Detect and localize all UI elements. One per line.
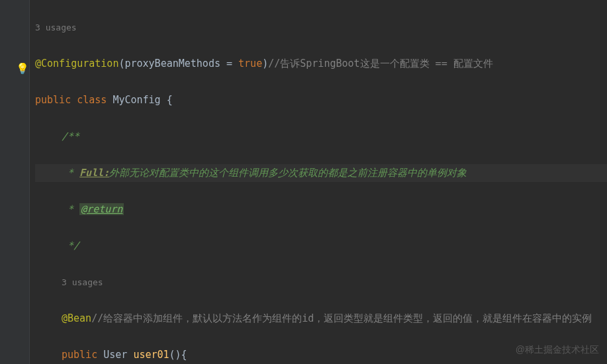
usages-hint[interactable]: 3 usages [35,23,77,32]
method-tail: (){ [169,349,187,361]
comment: //告诉SpringBoot这是一个配置类 == 配置文件 [268,58,493,69]
bool-literal: true [238,58,262,69]
comment: //给容器中添加组件，默认以方法名作为组件的id，返回类型就是组件类型，返回的值… [91,312,592,324]
method-name: user01 [133,349,169,361]
javadoc-return-tag: @return [79,203,124,215]
annotation-bean: @Bean [62,312,91,324]
javadoc-close: */ [62,240,79,251]
code-editor[interactable]: 3 usages @Configuration(proxyBeanMethods… [30,0,607,364]
param-name: proxyBeanMethods = [124,58,238,69]
brace: { [167,94,173,106]
keyword-public: public [35,94,77,106]
intention-bulb-icon[interactable]: 💡 [16,62,29,75]
javadoc-tag: Full: [79,167,109,179]
keyword-class: class [77,94,113,106]
class-name: MyConfig [113,94,166,106]
javadoc-text: 外部无论对配置类中的这个组件调用多少次获取的都是之前注册容器中的单例对象 [109,167,467,179]
keyword-public: public [62,349,103,361]
javadoc-open: /** [62,130,79,142]
javadoc-star: * [62,203,79,215]
paren: ) [262,58,268,69]
editor-gutter: 💡 [0,0,30,364]
return-type: User [103,349,133,361]
watermark: @稀土掘金技术社区 [516,344,599,356]
usages-hint[interactable]: 3 usages [62,277,103,287]
annotation: @Configuration [35,58,118,69]
javadoc-star: * [62,167,79,179]
